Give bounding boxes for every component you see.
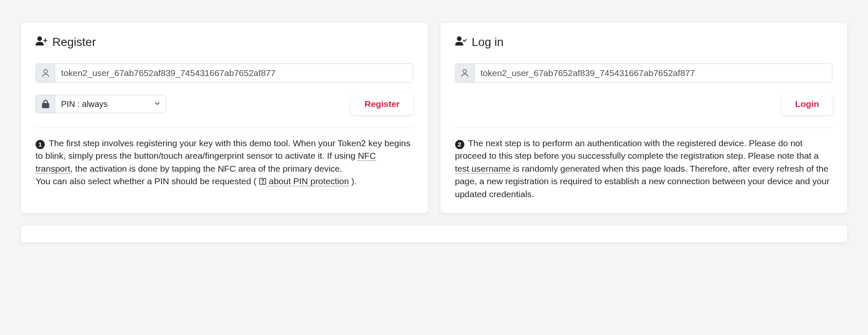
login-username-input[interactable] (475, 64, 832, 82)
register-title: Register (36, 36, 413, 49)
user-plus-icon (36, 36, 47, 48)
svg-point-0 (44, 69, 47, 73)
register-card: Register PIN : always (21, 23, 428, 213)
register-help-text: 1 The first step involves registering yo… (36, 137, 413, 188)
register-button[interactable]: Register (351, 93, 413, 115)
divider (455, 127, 833, 128)
svg-point-3 (463, 69, 467, 73)
login-button[interactable]: Login (782, 93, 832, 115)
lock-icon (36, 95, 55, 113)
pin-select-group: PIN : always (36, 95, 166, 113)
user-check-icon (455, 36, 467, 48)
login-heading: Log in (472, 36, 504, 49)
register-username-input[interactable] (55, 64, 413, 82)
login-title: Log in (455, 36, 833, 49)
user-icon (456, 64, 475, 82)
login-help-text: 2 The next step is to perform an authent… (455, 137, 833, 200)
pin-select[interactable]: PIN : always (55, 95, 166, 113)
register-username-group (36, 63, 413, 83)
question-square-icon (259, 178, 266, 185)
register-heading: Register (52, 36, 96, 49)
next-card-peek (21, 226, 847, 242)
login-username-group (455, 63, 833, 83)
test-username-link[interactable]: test username (455, 164, 511, 174)
pin-protection-link[interactable]: about PIN protection (266, 176, 349, 186)
login-card: Log in Login 2 The next step is to perfo… (440, 23, 848, 213)
svg-point-2 (262, 183, 263, 183)
divider (36, 127, 413, 128)
step-two-badge: 2 (455, 140, 464, 149)
user-icon (36, 64, 55, 82)
step-one-badge: 1 (36, 140, 45, 149)
